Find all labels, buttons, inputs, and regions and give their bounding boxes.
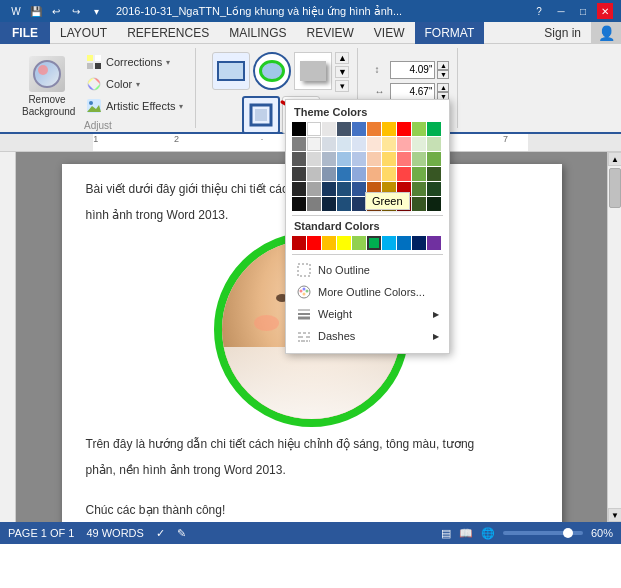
maximize-icon[interactable]: □ (575, 3, 591, 19)
color-cell[interactable] (412, 152, 426, 166)
color-cell[interactable] (427, 137, 441, 151)
std-color-blue[interactable] (397, 236, 411, 250)
color-cell[interactable] (352, 122, 366, 136)
std-color-darkblue[interactable] (412, 236, 426, 250)
layout-menu[interactable]: LAYOUT (50, 22, 117, 44)
std-color-purple[interactable] (427, 236, 441, 250)
color-cell[interactable] (427, 152, 441, 166)
format-menu[interactable]: FORMAT (415, 22, 485, 44)
view-menu[interactable]: VIEW (364, 22, 415, 44)
help-icon[interactable]: ? (531, 3, 547, 19)
color-cell[interactable] (427, 182, 441, 196)
color-cell[interactable] (337, 122, 351, 136)
std-color-orange[interactable] (322, 236, 336, 250)
color-cell[interactable] (292, 137, 306, 151)
color-cell[interactable] (382, 167, 396, 181)
color-cell[interactable] (307, 137, 321, 151)
color-cell[interactable] (397, 167, 411, 181)
mailings-menu[interactable]: MAILINGS (219, 22, 296, 44)
height-spin-up[interactable]: ▲ (437, 61, 449, 70)
pic-style-1[interactable] (212, 52, 250, 90)
color-cell[interactable] (412, 182, 426, 196)
minimize-icon[interactable]: ─ (553, 3, 569, 19)
color-cell[interactable] (337, 152, 351, 166)
std-color-lightgreen[interactable] (352, 236, 366, 250)
std-color-yellow[interactable] (337, 236, 351, 250)
color-cell[interactable] (292, 182, 306, 196)
color-cell[interactable] (322, 122, 336, 136)
color-cell[interactable] (397, 137, 411, 151)
no-outline-item[interactable]: No Outline (292, 259, 443, 281)
color-cell[interactable] (352, 167, 366, 181)
scroll-up-button[interactable]: ▲ (608, 152, 621, 166)
style-down[interactable]: ▼ (335, 66, 349, 78)
std-color-darkred[interactable] (292, 236, 306, 250)
zoom-slider[interactable] (503, 531, 583, 535)
review-menu[interactable]: REVIEW (297, 22, 364, 44)
color-cell[interactable] (397, 122, 411, 136)
view-read-icon[interactable]: 📖 (459, 527, 473, 540)
color-cell[interactable] (412, 122, 426, 136)
color-cell[interactable] (322, 137, 336, 151)
close-icon[interactable]: ✕ (597, 3, 613, 19)
width-input[interactable] (390, 83, 435, 101)
view-normal-icon[interactable]: ▤ (441, 527, 451, 540)
color-cell[interactable] (382, 137, 396, 151)
color-cell[interactable] (382, 122, 396, 136)
color-cell[interactable] (337, 197, 351, 211)
color-button[interactable]: Color ▾ (82, 74, 187, 94)
color-cell[interactable] (367, 122, 381, 136)
color-cell[interactable] (412, 197, 426, 211)
artistic-effects-button[interactable]: Artistic Effects ▾ (82, 96, 187, 116)
color-cell[interactable] (382, 152, 396, 166)
color-cell[interactable] (412, 137, 426, 151)
color-cell[interactable] (322, 182, 336, 196)
scroll-thumb[interactable] (609, 168, 621, 208)
undo-icon[interactable]: ↩ (48, 3, 64, 19)
pic-style-3[interactable] (294, 52, 332, 90)
color-cell[interactable] (352, 137, 366, 151)
scroll-down-button[interactable]: ▼ (608, 508, 621, 522)
color-cell[interactable] (367, 152, 381, 166)
width-spin-up[interactable]: ▲ (437, 83, 449, 92)
redo-icon[interactable]: ↪ (68, 3, 84, 19)
dashes-item[interactable]: Dashes ▶ (292, 325, 443, 347)
vertical-scrollbar[interactable]: ▲ ▼ (607, 152, 621, 522)
more-outline-colors-item[interactable]: More Outline Colors... (292, 281, 443, 303)
height-spin-down[interactable]: ▼ (437, 70, 449, 79)
file-menu-button[interactable]: FILE (0, 22, 50, 44)
std-color-green[interactable] (367, 236, 381, 250)
color-cell[interactable] (292, 122, 306, 136)
color-cell[interactable] (337, 137, 351, 151)
color-cell[interactable] (292, 167, 306, 181)
customize-icon[interactable]: ▾ (88, 3, 104, 19)
color-cell[interactable] (322, 167, 336, 181)
references-menu[interactable]: REFERENCES (117, 22, 219, 44)
remove-background-button[interactable]: Remove Background (16, 52, 78, 122)
color-cell[interactable] (337, 182, 351, 196)
pic-style-oval[interactable] (253, 52, 291, 90)
view-web-icon[interactable]: 🌐 (481, 527, 495, 540)
color-cell[interactable] (322, 197, 336, 211)
color-cell[interactable] (367, 167, 381, 181)
color-cell[interactable] (427, 167, 441, 181)
color-cell[interactable] (307, 122, 321, 136)
color-cell[interactable] (367, 137, 381, 151)
color-cell[interactable] (307, 197, 321, 211)
color-cell[interactable] (352, 197, 366, 211)
color-cell[interactable] (307, 167, 321, 181)
color-cell[interactable] (352, 152, 366, 166)
color-cell[interactable] (352, 182, 366, 196)
color-cell[interactable] (397, 152, 411, 166)
style-more[interactable]: ▾ (335, 80, 349, 92)
std-color-lightblue[interactable] (382, 236, 396, 250)
color-cell[interactable] (307, 152, 321, 166)
color-cell[interactable] (322, 152, 336, 166)
weight-item[interactable]: Weight ▶ (292, 303, 443, 325)
color-cell[interactable] (427, 197, 441, 211)
color-cell[interactable] (292, 197, 306, 211)
color-cell[interactable] (337, 167, 351, 181)
height-input[interactable] (390, 61, 435, 79)
corrections-button[interactable]: Corrections ▾ (82, 52, 187, 72)
save-icon[interactable]: 💾 (28, 3, 44, 19)
